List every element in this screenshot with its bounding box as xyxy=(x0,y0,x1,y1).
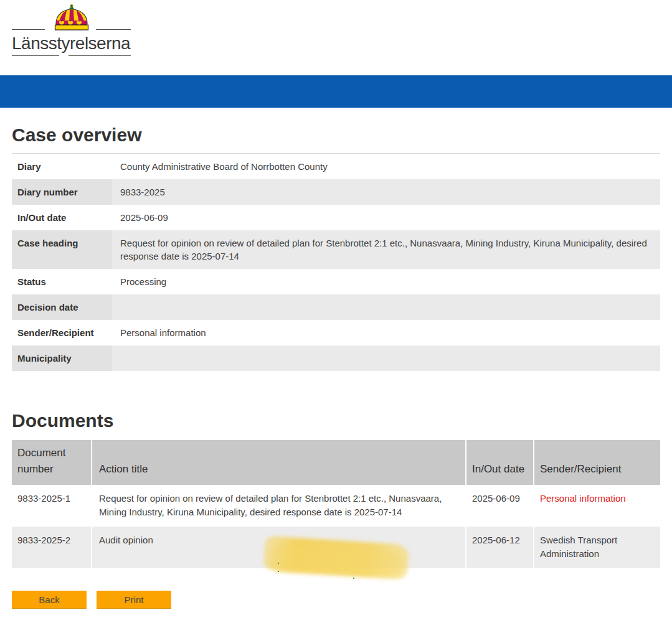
smudge-artifact-dot xyxy=(278,563,279,564)
smudge-artifact-dot xyxy=(278,571,279,572)
row-value: Processing xyxy=(112,269,660,294)
back-button[interactable]: Back xyxy=(12,591,87,608)
row-label: Diary xyxy=(12,154,112,180)
table-row: Case heading Request for opinion on revi… xyxy=(12,230,660,269)
button-row: Back Print xyxy=(12,591,660,608)
table-row: Diary number 9833-2025 xyxy=(12,179,660,205)
column-header-document-number: Document number xyxy=(12,440,92,485)
logo-text: Länsstyrelserna xyxy=(12,30,131,55)
table-row: Decision date xyxy=(12,294,660,320)
print-button[interactable]: Print xyxy=(97,591,171,608)
row-label: Status xyxy=(12,269,112,294)
row-value xyxy=(112,345,660,371)
crown-icon xyxy=(52,4,91,30)
page-header: Länsstyrelserna xyxy=(0,0,672,75)
blue-banner xyxy=(0,75,672,108)
logo-rule-top-right xyxy=(96,29,131,30)
row-value: Request for opinion on review of detaile… xyxy=(112,230,660,269)
logo-rule-bottom-right xyxy=(69,55,131,56)
table-row: Diary County Administrative Board of Nor… xyxy=(12,154,660,180)
row-label: Diary number xyxy=(12,179,112,205)
smudge-artifact-dot xyxy=(353,578,354,579)
table-row: 9833-2025-1 Request for opinion on revie… xyxy=(12,485,660,527)
case-overview-title: Case overview xyxy=(12,124,660,145)
table-row: In/Out date 2025-06-09 xyxy=(12,205,660,230)
in-out-date-cell: 2025-06-09 xyxy=(466,485,534,527)
logo-rule-top-left xyxy=(12,29,45,30)
action-title-cell: Request for opinion on review of detaile… xyxy=(92,485,466,527)
documents-header-row: Document number Action title In/Out date… xyxy=(12,440,660,485)
row-label: Sender/Recipient xyxy=(12,320,112,345)
row-label: In/Out date xyxy=(12,205,112,230)
row-value: County Administrative Board of Norrbotte… xyxy=(112,154,660,180)
column-header-action-title: Action title xyxy=(92,440,466,485)
case-overview-table: Diary County Administrative Board of Nor… xyxy=(12,153,660,371)
row-label: Case heading xyxy=(12,230,112,269)
in-out-date-cell: 2025-06-12 xyxy=(466,527,534,568)
sender-recipient-cell: Swedish Transport Administration xyxy=(534,527,660,568)
table-row: Sender/Recipient Personal information xyxy=(12,320,660,345)
row-value xyxy=(112,294,660,320)
document-number-cell: 9833-2025-2 xyxy=(12,527,92,568)
table-row: Status Processing xyxy=(12,269,660,294)
table-row: Municipality xyxy=(12,345,660,371)
row-value: 9833-2025 xyxy=(112,179,660,205)
column-header-sender-recipient: Sender/Recipient xyxy=(534,440,660,485)
lansstyrelserna-logo: Länsstyrelserna xyxy=(12,4,131,56)
logo-rule-bottom-left xyxy=(12,55,59,56)
row-label: Decision date xyxy=(12,294,112,320)
row-label: Municipality xyxy=(12,345,112,371)
main-content: Case overview Diary County Administrativ… xyxy=(0,124,672,608)
redacted-personal-information: Personal information xyxy=(112,320,660,345)
document-number-cell: 9833-2025-1 xyxy=(12,485,92,527)
redacted-personal-information: Personal information xyxy=(534,485,660,527)
documents-title: Documents xyxy=(12,410,660,431)
row-value: 2025-06-09 xyxy=(112,205,660,230)
column-header-in-out-date: In/Out date xyxy=(466,440,534,485)
